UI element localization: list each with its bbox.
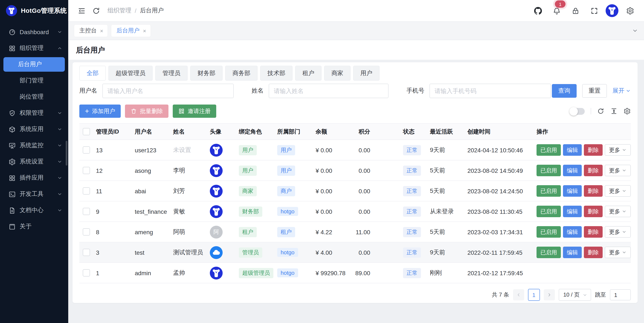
next-page-button[interactable] (544, 289, 555, 300)
github-icon[interactable] (530, 4, 545, 18)
monitor-icon (8, 142, 16, 149)
filter-tab-5[interactable]: 技术部 (260, 66, 292, 81)
name-input[interactable] (269, 84, 388, 98)
cell-username: ameng (132, 222, 170, 242)
sidebar-item-about[interactable]: 关于 (0, 218, 68, 235)
edit-button[interactable]: 编辑 (563, 144, 582, 156)
delete-button[interactable]: 删除 (584, 165, 603, 176)
sidebar-scrollbar[interactable] (66, 141, 68, 166)
enabled-button[interactable]: 已启用 (536, 247, 561, 258)
sidebar-collapse-icon[interactable] (74, 4, 89, 18)
nav-tab-console[interactable]: 主控台 × (74, 25, 108, 37)
more-button[interactable]: 更多 (605, 226, 631, 238)
cell-username: abai (132, 181, 170, 201)
column-settings-gear-icon[interactable] (624, 108, 631, 115)
delete-button[interactable]: 删除 (584, 226, 603, 238)
sidebar-item-post-manage[interactable]: 岗位管理 (0, 89, 68, 105)
sidebar-item-perm-manage[interactable]: 权限管理 (0, 105, 68, 121)
row-checkbox[interactable] (83, 269, 90, 276)
cell-role: 财务部 (236, 201, 275, 222)
lock-screen-icon[interactable] (568, 4, 582, 18)
sidebar-item-plugin-app[interactable]: 插件应用 (0, 170, 68, 186)
filter-tab-3[interactable]: 财务部 (190, 66, 223, 81)
sidebar-item-org-manage[interactable]: 组织管理 (0, 40, 68, 56)
query-button[interactable]: 查询 (552, 84, 576, 98)
edit-button[interactable]: 编辑 (563, 206, 582, 217)
username-input[interactable] (102, 84, 234, 98)
dept-tag: hotgo (277, 207, 298, 216)
delete-button[interactable]: 删除 (584, 247, 603, 258)
settings-gear-icon[interactable] (623, 4, 637, 18)
add-user-button[interactable]: + 添加用户 (79, 105, 121, 118)
reload-table-icon[interactable] (597, 108, 604, 115)
status-tag: 正常 (403, 206, 421, 216)
chevron-down-icon[interactable] (632, 28, 638, 34)
role-tag: 管理员 (239, 247, 262, 257)
reset-button[interactable]: 重置 (582, 84, 607, 98)
phone-input[interactable] (430, 84, 551, 98)
delete-button[interactable]: 删除 (584, 206, 603, 217)
sidebar-item-sys-app[interactable]: 系统应用 (0, 121, 68, 137)
row-checkbox[interactable] (83, 187, 90, 195)
enabled-button[interactable]: 已启用 (536, 226, 561, 238)
filter-tab-8[interactable]: 用户 (353, 66, 380, 81)
delete-button[interactable]: 删除 (584, 144, 603, 156)
invite-register-button[interactable]: 邀请注册 (173, 105, 216, 118)
filter-tab-4[interactable]: 商务部 (225, 66, 258, 81)
breadcrumb-parent[interactable]: 组织管理 (108, 7, 131, 15)
more-button[interactable]: 更多 (605, 165, 631, 176)
sidebar-item-doc-center[interactable]: 文档中心 (0, 202, 68, 218)
enabled-button[interactable]: 已启用 (536, 165, 561, 176)
notifications-bell-icon[interactable]: 1 (549, 4, 564, 18)
striped-toggle[interactable] (570, 108, 585, 115)
app-logo[interactable]: HotGo管理系统 (0, 0, 68, 21)
more-button[interactable]: 更多 (605, 144, 631, 156)
prev-page-button[interactable] (513, 289, 524, 300)
filter-tab-1[interactable]: 超级管理员 (108, 66, 153, 81)
table-settings (570, 108, 631, 115)
expand-link[interactable]: 展开 (612, 87, 631, 95)
user-avatar[interactable] (606, 4, 618, 17)
row-checkbox[interactable] (83, 228, 90, 235)
row-checkbox[interactable] (83, 167, 90, 174)
row-checkbox[interactable] (83, 208, 90, 215)
more-button[interactable]: 更多 (605, 206, 631, 217)
refresh-icon[interactable] (89, 4, 103, 18)
jump-to-input[interactable] (610, 289, 631, 300)
filter-tab-6[interactable]: 租户 (295, 66, 322, 81)
avatar (210, 164, 223, 177)
nav-tab-backend-users[interactable]: 后台用户 × (111, 25, 150, 37)
delete-button[interactable]: 删除 (584, 185, 603, 197)
row-density-icon[interactable] (610, 108, 618, 115)
sidebar-item-sys-setting[interactable]: 系统设置 (0, 154, 68, 170)
cell-dept: 用户 (275, 160, 313, 181)
sidebar-item-backend-users[interactable]: 后台用户 (4, 57, 65, 72)
filter-tab-all-active[interactable]: 全部 (79, 66, 106, 81)
close-icon[interactable]: × (100, 28, 103, 34)
edit-button[interactable]: 编辑 (563, 247, 582, 258)
page-number-1[interactable]: 1 (528, 289, 540, 301)
more-button[interactable]: 更多 (605, 185, 631, 197)
cell-points: 0.00 (346, 181, 401, 201)
edit-button[interactable]: 编辑 (563, 165, 582, 176)
enabled-button[interactable]: 已启用 (536, 206, 561, 217)
filter-tab-7[interactable]: 商家 (324, 66, 350, 81)
edit-button[interactable]: 编辑 (563, 226, 582, 238)
select-all-checkbox[interactable] (83, 128, 90, 135)
filter-tab-2[interactable]: 管理员 (155, 66, 188, 81)
fullscreen-icon[interactable] (587, 4, 601, 18)
page-size-select[interactable]: 10 / 页 (558, 289, 591, 301)
sidebar-item-dev-tools[interactable]: 开发工具 (0, 186, 68, 202)
sidebar-item-dept-manage[interactable]: 部门管理 (0, 73, 68, 89)
close-icon[interactable]: × (143, 28, 146, 34)
edit-button[interactable]: 编辑 (563, 185, 582, 197)
row-checkbox[interactable] (83, 146, 90, 154)
sidebar-item-dashboard[interactable]: Dashboard (0, 24, 68, 40)
enabled-button[interactable]: 已启用 (536, 144, 561, 156)
row-checkbox[interactable] (83, 249, 90, 256)
sidebar-item-sys-monitor[interactable]: 系统监控 (0, 137, 68, 154)
more-button[interactable]: 更多 (605, 247, 631, 258)
batch-delete-button[interactable]: 批量删除 (125, 105, 168, 118)
sidebar-item-label: 插件应用 (20, 174, 57, 182)
enabled-button[interactable]: 已启用 (536, 185, 561, 197)
